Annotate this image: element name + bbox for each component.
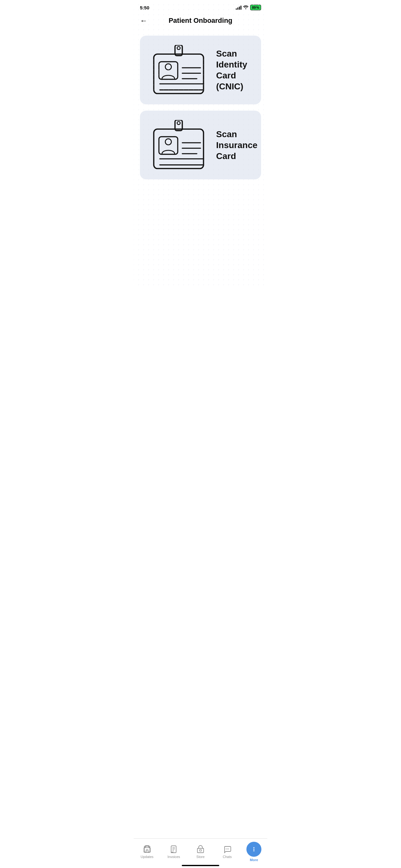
svg-point-16	[165, 139, 171, 145]
insurance-scan-card[interactable]: Scan Insurance Card	[140, 111, 261, 179]
svg-rect-15	[159, 136, 178, 154]
main-content: Scan Identity Card (CNIC)	[134, 29, 267, 211]
insurance-illustration	[147, 120, 210, 170]
svg-point-11	[177, 122, 180, 125]
svg-rect-12	[154, 129, 203, 168]
